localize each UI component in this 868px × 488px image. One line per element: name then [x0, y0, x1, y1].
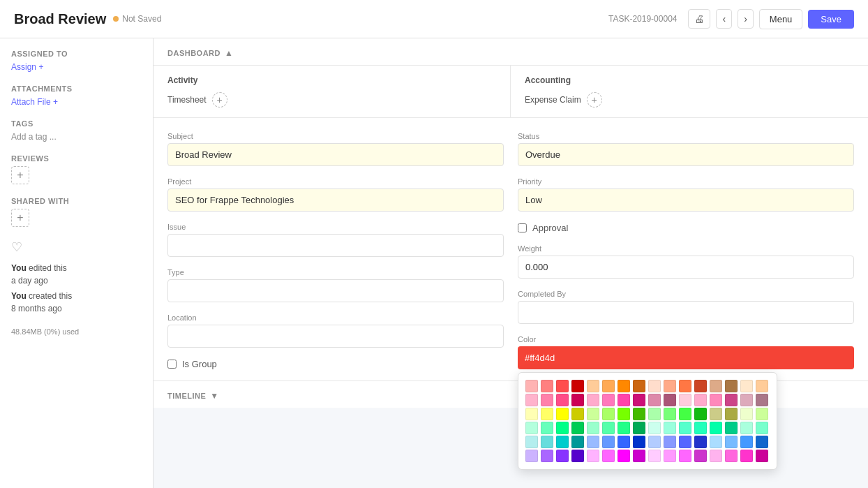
color-swatch[interactable] — [587, 394, 599, 406]
is-group-checkbox[interactable] — [167, 360, 177, 369]
color-swatch[interactable] — [602, 436, 615, 448]
color-swatch[interactable] — [710, 450, 722, 462]
color-swatch[interactable] — [587, 450, 599, 462]
color-swatch[interactable] — [679, 436, 691, 448]
color-swatch[interactable] — [664, 436, 676, 448]
color-swatch[interactable] — [618, 380, 630, 392]
add-tag-link[interactable]: Add a tag ... — [11, 132, 57, 142]
color-swatch[interactable] — [725, 394, 738, 406]
color-swatch[interactable] — [556, 408, 569, 420]
color-swatch[interactable] — [541, 450, 553, 462]
status-input[interactable] — [518, 143, 854, 166]
color-swatch[interactable] — [525, 436, 538, 448]
color-swatch[interactable] — [710, 394, 722, 406]
add-review-button[interactable]: + — [11, 166, 29, 184]
color-swatch[interactable] — [602, 422, 615, 434]
color-swatch[interactable] — [694, 408, 707, 420]
assign-link[interactable]: Assign + — [11, 62, 43, 72]
add-timesheet-button[interactable]: + — [212, 92, 227, 108]
color-swatch[interactable] — [556, 380, 569, 392]
color-swatch[interactable] — [541, 422, 553, 434]
color-swatch[interactable] — [633, 450, 645, 462]
approval-checkbox[interactable] — [518, 223, 527, 232]
color-swatch[interactable] — [556, 450, 569, 462]
color-swatch[interactable] — [664, 380, 676, 392]
color-swatch[interactable] — [587, 436, 599, 448]
heart-icon[interactable]: ♡ — [11, 239, 142, 255]
attach-file-link[interactable]: Attach File + — [11, 97, 58, 107]
color-swatch[interactable] — [679, 380, 691, 392]
color-swatch[interactable] — [541, 394, 553, 406]
color-swatch[interactable] — [571, 380, 584, 392]
color-swatch[interactable] — [679, 450, 691, 462]
color-swatch[interactable] — [694, 394, 707, 406]
color-swatch[interactable] — [710, 436, 722, 448]
color-swatch[interactable] — [525, 380, 538, 392]
add-expense-button[interactable]: + — [587, 92, 602, 108]
color-swatch[interactable] — [756, 408, 768, 420]
color-swatch[interactable] — [710, 422, 722, 434]
prev-button[interactable]: ‹ — [716, 9, 732, 29]
color-swatch[interactable] — [571, 408, 584, 420]
color-swatch[interactable] — [679, 394, 691, 406]
color-swatch[interactable] — [525, 450, 538, 462]
next-button[interactable]: › — [738, 9, 754, 29]
color-swatch[interactable] — [541, 380, 553, 392]
color-swatch[interactable] — [587, 408, 599, 420]
color-swatch[interactable] — [587, 422, 599, 434]
type-input[interactable] — [167, 279, 504, 302]
color-swatch[interactable] — [740, 436, 753, 448]
color-swatch[interactable] — [694, 422, 707, 434]
color-swatch[interactable] — [725, 422, 738, 434]
color-swatch[interactable] — [541, 436, 553, 448]
color-swatch[interactable] — [756, 422, 768, 434]
color-swatch[interactable] — [571, 394, 584, 406]
color-swatch[interactable] — [756, 394, 768, 406]
color-swatch[interactable] — [664, 450, 676, 462]
color-swatch[interactable] — [571, 422, 584, 434]
color-swatch[interactable] — [618, 394, 630, 406]
color-swatch[interactable] — [556, 436, 569, 448]
color-swatch[interactable] — [710, 380, 722, 392]
save-button[interactable]: Save — [808, 10, 854, 29]
color-swatch[interactable] — [694, 380, 707, 392]
color-swatch[interactable] — [664, 394, 676, 406]
color-swatch[interactable] — [740, 394, 753, 406]
color-swatch[interactable] — [556, 422, 569, 434]
color-swatch[interactable] — [664, 422, 676, 434]
project-input[interactable] — [167, 188, 504, 212]
color-input[interactable]: #ff4d4d — [518, 346, 854, 369]
color-swatch[interactable] — [664, 408, 676, 420]
color-swatch[interactable] — [740, 380, 753, 392]
color-swatch[interactable] — [725, 380, 738, 392]
location-input[interactable] — [167, 325, 504, 348]
add-shared-button[interactable]: + — [11, 209, 29, 227]
color-swatch[interactable] — [633, 422, 645, 434]
color-swatch[interactable] — [694, 436, 707, 448]
color-swatch[interactable] — [648, 422, 661, 434]
color-swatch[interactable] — [525, 394, 538, 406]
issue-input[interactable] — [167, 234, 504, 257]
color-swatch[interactable] — [740, 422, 753, 434]
color-swatch[interactable] — [756, 380, 768, 392]
color-swatch[interactable] — [618, 408, 630, 420]
color-swatch[interactable] — [525, 422, 538, 434]
color-swatch[interactable] — [602, 450, 615, 462]
color-swatch[interactable] — [725, 450, 738, 462]
color-swatch[interactable] — [618, 436, 630, 448]
color-swatch[interactable] — [756, 450, 768, 462]
color-swatch[interactable] — [633, 394, 645, 406]
color-swatch[interactable] — [602, 380, 615, 392]
subject-input[interactable] — [167, 143, 504, 166]
color-swatch[interactable] — [633, 380, 645, 392]
timeline-collapse-icon[interactable]: ▼ — [210, 391, 218, 401]
weight-input[interactable] — [518, 256, 854, 279]
color-swatch[interactable] — [710, 408, 722, 420]
color-swatch[interactable] — [648, 450, 661, 462]
menu-button[interactable]: Menu — [759, 9, 803, 29]
color-swatch[interactable] — [587, 380, 599, 392]
color-swatch[interactable] — [525, 408, 538, 420]
print-button[interactable]: 🖨 — [688, 9, 710, 29]
color-swatch[interactable] — [571, 436, 584, 448]
completed-by-input[interactable] — [518, 301, 854, 324]
